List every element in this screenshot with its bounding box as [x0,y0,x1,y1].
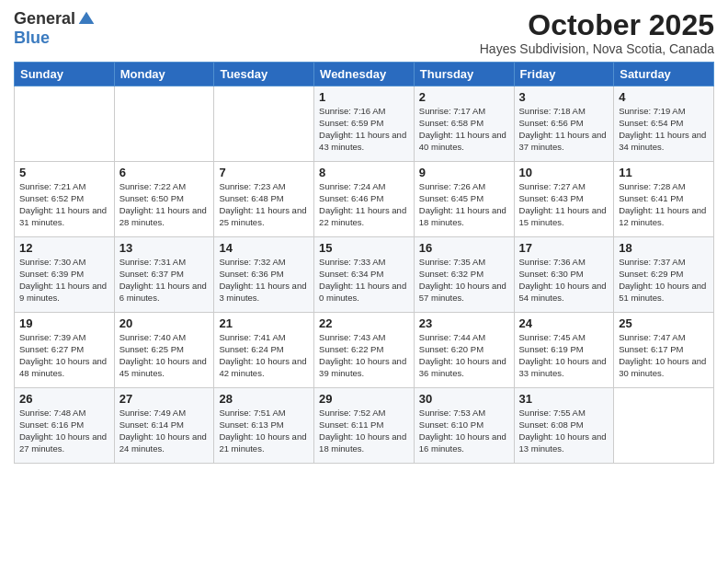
col-friday: Friday [514,63,614,86]
day-number: 8 [319,166,409,179]
day-number: 31 [519,392,609,406]
day-info: Sunrise: 7:30 AM Sunset: 6:39 PM Dayligh… [19,257,109,304]
calendar-header-row: Sunday Monday Tuesday Wednesday Thursday… [15,63,714,86]
table-row: 27Sunrise: 7:49 AM Sunset: 6:14 PM Dayli… [114,388,214,464]
day-info: Sunrise: 7:49 AM Sunset: 6:14 PM Dayligh… [119,408,210,454]
day-number: 28 [219,392,309,406]
day-info: Sunrise: 7:39 AM Sunset: 6:27 PM Dayligh… [19,332,109,379]
day-number: 6 [119,166,210,179]
table-row: 9Sunrise: 7:26 AM Sunset: 6:45 PM Daylig… [414,162,514,237]
day-info: Sunrise: 7:26 AM Sunset: 6:45 PM Dayligh… [419,181,509,228]
day-info: Sunrise: 7:33 AM Sunset: 6:34 PM Dayligh… [319,257,409,304]
day-info: Sunrise: 7:21 AM Sunset: 6:52 PM Dayligh… [19,181,109,228]
logo: General Blue [14,9,96,48]
table-row: 12Sunrise: 7:30 AM Sunset: 6:39 PM Dayli… [15,237,115,313]
day-info: Sunrise: 7:51 AM Sunset: 6:13 PM Dayligh… [219,408,309,454]
logo-blue-text: Blue [14,29,50,48]
table-row: 10Sunrise: 7:27 AM Sunset: 6:43 PM Dayli… [514,162,614,237]
calendar-week-1: 1Sunrise: 7:16 AM Sunset: 6:59 PM Daylig… [15,86,714,162]
table-row: 23Sunrise: 7:44 AM Sunset: 6:20 PM Dayli… [414,313,514,388]
day-number: 4 [619,90,709,104]
calendar-week-5: 26Sunrise: 7:48 AM Sunset: 6:16 PM Dayli… [15,388,714,464]
day-number: 13 [119,241,210,255]
table-row: 4Sunrise: 7:19 AM Sunset: 6:54 PM Daylig… [614,86,714,162]
table-row: 17Sunrise: 7:36 AM Sunset: 6:30 PM Dayli… [514,237,614,313]
table-row: 11Sunrise: 7:28 AM Sunset: 6:41 PM Dayli… [614,162,714,237]
col-wednesday: Wednesday [314,63,415,86]
day-info: Sunrise: 7:55 AM Sunset: 6:08 PM Dayligh… [519,408,609,454]
month-title: October 2025 [480,9,714,41]
col-saturday: Saturday [614,63,714,86]
logo-icon [77,10,96,29]
page: General Blue October 2025 Hayes Subdivis… [0,0,728,563]
table-row: 14Sunrise: 7:32 AM Sunset: 6:36 PM Dayli… [214,237,314,313]
day-number: 15 [319,241,409,255]
day-number: 9 [419,166,509,179]
header: General Blue October 2025 Hayes Subdivis… [14,9,714,56]
day-info: Sunrise: 7:52 AM Sunset: 6:11 PM Dayligh… [319,408,409,454]
table-row: 22Sunrise: 7:43 AM Sunset: 6:22 PM Dayli… [314,313,415,388]
table-row: 25Sunrise: 7:47 AM Sunset: 6:17 PM Dayli… [614,313,714,388]
col-tuesday: Tuesday [214,63,314,86]
day-info: Sunrise: 7:23 AM Sunset: 6:48 PM Dayligh… [219,181,309,228]
day-info: Sunrise: 7:28 AM Sunset: 6:41 PM Dayligh… [619,181,709,228]
day-info: Sunrise: 7:53 AM Sunset: 6:10 PM Dayligh… [419,408,509,454]
table-row: 26Sunrise: 7:48 AM Sunset: 6:16 PM Dayli… [15,388,115,464]
table-row: 28Sunrise: 7:51 AM Sunset: 6:13 PM Dayli… [214,388,314,464]
table-row: 29Sunrise: 7:52 AM Sunset: 6:11 PM Dayli… [314,388,415,464]
calendar-table: Sunday Monday Tuesday Wednesday Thursday… [14,62,714,464]
day-number: 26 [19,392,109,406]
table-row: 30Sunrise: 7:53 AM Sunset: 6:10 PM Dayli… [414,388,514,464]
day-info: Sunrise: 7:19 AM Sunset: 6:54 PM Dayligh… [619,106,709,153]
day-number: 29 [319,392,409,406]
col-monday: Monday [114,63,214,86]
day-info: Sunrise: 7:36 AM Sunset: 6:30 PM Dayligh… [519,257,609,304]
table-row: 1Sunrise: 7:16 AM Sunset: 6:59 PM Daylig… [314,86,415,162]
table-row: 20Sunrise: 7:40 AM Sunset: 6:25 PM Dayli… [114,313,214,388]
day-info: Sunrise: 7:45 AM Sunset: 6:19 PM Dayligh… [519,332,609,379]
day-number: 30 [419,392,509,406]
table-row: 6Sunrise: 7:22 AM Sunset: 6:50 PM Daylig… [114,162,214,237]
day-number: 19 [19,316,109,330]
day-number: 10 [519,166,609,179]
day-info: Sunrise: 7:27 AM Sunset: 6:43 PM Dayligh… [519,181,609,228]
title-block: October 2025 Hayes Subdivision, Nova Sco… [480,9,714,56]
day-number: 5 [19,166,109,179]
day-info: Sunrise: 7:31 AM Sunset: 6:37 PM Dayligh… [119,257,210,304]
day-number: 23 [419,316,509,330]
table-row: 7Sunrise: 7:23 AM Sunset: 6:48 PM Daylig… [214,162,314,237]
day-info: Sunrise: 7:22 AM Sunset: 6:50 PM Dayligh… [119,181,210,228]
day-number: 17 [519,241,609,255]
calendar-week-3: 12Sunrise: 7:30 AM Sunset: 6:39 PM Dayli… [15,237,714,313]
day-info: Sunrise: 7:48 AM Sunset: 6:16 PM Dayligh… [19,408,109,454]
day-info: Sunrise: 7:16 AM Sunset: 6:59 PM Dayligh… [319,106,409,153]
table-row: 2Sunrise: 7:17 AM Sunset: 6:58 PM Daylig… [414,86,514,162]
day-number: 20 [119,316,210,330]
day-number: 14 [219,241,309,255]
table-row: 13Sunrise: 7:31 AM Sunset: 6:37 PM Dayli… [114,237,214,313]
day-number: 18 [619,241,709,255]
day-info: Sunrise: 7:43 AM Sunset: 6:22 PM Dayligh… [319,332,409,379]
table-row [614,388,714,464]
table-row: 31Sunrise: 7:55 AM Sunset: 6:08 PM Dayli… [514,388,614,464]
calendar-week-2: 5Sunrise: 7:21 AM Sunset: 6:52 PM Daylig… [15,162,714,237]
table-row: 15Sunrise: 7:33 AM Sunset: 6:34 PM Dayli… [314,237,415,313]
day-info: Sunrise: 7:17 AM Sunset: 6:58 PM Dayligh… [419,106,509,153]
table-row: 21Sunrise: 7:41 AM Sunset: 6:24 PM Dayli… [214,313,314,388]
table-row: 16Sunrise: 7:35 AM Sunset: 6:32 PM Dayli… [414,237,514,313]
table-row [214,86,314,162]
col-thursday: Thursday [414,63,514,86]
table-row: 3Sunrise: 7:18 AM Sunset: 6:56 PM Daylig… [514,86,614,162]
day-number: 16 [419,241,509,255]
day-number: 27 [119,392,210,406]
day-number: 21 [219,316,309,330]
calendar-week-4: 19Sunrise: 7:39 AM Sunset: 6:27 PM Dayli… [15,313,714,388]
col-sunday: Sunday [15,63,115,86]
day-number: 12 [19,241,109,255]
day-info: Sunrise: 7:18 AM Sunset: 6:56 PM Dayligh… [519,106,609,153]
day-number: 7 [219,166,309,179]
day-info: Sunrise: 7:41 AM Sunset: 6:24 PM Dayligh… [219,332,309,379]
table-row [15,86,115,162]
table-row [114,86,214,162]
day-info: Sunrise: 7:24 AM Sunset: 6:46 PM Dayligh… [319,181,409,228]
